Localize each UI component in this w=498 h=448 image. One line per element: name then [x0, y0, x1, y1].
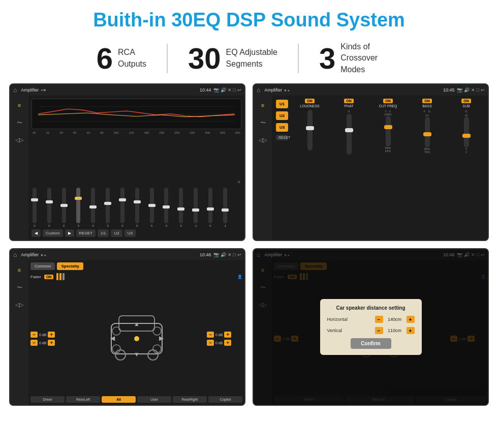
eq-slider-6[interactable]: 0	[120, 188, 124, 227]
camera2-icon: 📷	[457, 87, 462, 93]
eq-slider-10[interactable]: 0	[179, 188, 183, 227]
screen-crossover: ⌂ Amplifier ■ ● 10:45 📷 🔊 ✕ □ ↩ ≡ 〜 ◁▷ U…	[253, 83, 489, 241]
eq-u1-button[interactable]: U1	[98, 229, 109, 237]
back2-icon[interactable]: ↩	[481, 87, 485, 93]
dialog-vertical-minus[interactable]: −	[375, 327, 383, 334]
dialog-confirm-button[interactable]: Confirm	[351, 338, 391, 349]
vol-minus-1[interactable]: −	[30, 340, 38, 346]
svg-point-6	[148, 350, 158, 360]
svg-point-8	[112, 327, 120, 335]
loudness-on[interactable]: ON	[305, 99, 315, 103]
eq-custom-button[interactable]: Custom	[43, 229, 63, 237]
window2-icon: □	[477, 87, 479, 93]
vol-minus-3[interactable]: −	[207, 340, 214, 346]
specialty-tab[interactable]: Specialty	[57, 262, 83, 270]
sidebar2-eq-icon[interactable]: ≡	[257, 100, 268, 111]
eq-u3-button[interactable]: U3	[124, 229, 136, 237]
phat-on[interactable]: ON	[344, 99, 354, 103]
eq-slider-1[interactable]: 0	[47, 188, 51, 227]
dialog-vertical-label: Vertical	[327, 328, 358, 333]
dialog-horizontal-plus[interactable]: +	[407, 316, 415, 323]
home3-icon[interactable]: ⌂	[13, 251, 17, 258]
rearleft-btn[interactable]: RearLeft	[66, 396, 100, 403]
common-tab[interactable]: Common	[30, 262, 55, 270]
screen3-sidebar: ≡ 〜 ◁▷	[10, 260, 28, 405]
eq-slider-12[interactable]: 0	[208, 188, 212, 227]
screen3-status-icons: 📷 🔊 ✕ □ ↩	[213, 252, 241, 257]
eq-slider-2[interactable]: 0	[62, 188, 66, 227]
eq-slider-13[interactable]: -1	[223, 188, 227, 227]
screen-fader: ⌂ Amplifier ■ ● 10:46 📷 🔊 ✕ □ ↩ ≡ 〜 ◁▷ C…	[9, 248, 245, 406]
sidebar3-vol-icon[interactable]: ◁▷	[14, 299, 25, 310]
eq-slider-9[interactable]: 0	[164, 188, 168, 227]
eq-slider-5[interactable]: 0	[106, 188, 110, 227]
fader-on-badge[interactable]: ON	[44, 275, 54, 279]
eq-slider-7[interactable]: 0	[135, 188, 139, 227]
eq-play-button[interactable]: ▶	[65, 229, 74, 237]
screen2-time: 10:45	[443, 87, 455, 93]
vol-controls-left: − 0 dB + − 0 dB +	[30, 332, 66, 346]
sidebar-eq-icon[interactable]: ≡	[14, 100, 25, 111]
vol-minus-0[interactable]: −	[30, 332, 38, 338]
svg-point-5	[115, 350, 126, 360]
dialog-vertical-value-row: − 110cm +	[375, 327, 415, 334]
eq-slider-0[interactable]: 0	[33, 188, 37, 227]
dialog-horizontal-minus[interactable]: −	[375, 316, 383, 323]
vol-minus-2[interactable]: −	[207, 332, 214, 338]
fader-main: Common Specialty Fader ON 👤	[28, 260, 244, 405]
dialog-vertical-plus[interactable]: +	[407, 327, 415, 334]
driver-btn[interactable]: Driver	[30, 396, 65, 403]
sidebar-vol-icon[interactable]: ◁▷	[14, 134, 25, 145]
vol-plus-3[interactable]: +	[224, 340, 231, 346]
eq-slider-4[interactable]: 0	[91, 188, 95, 227]
eq-slider-8[interactable]: 0	[150, 188, 154, 227]
phat-ctrl: ON PHAT G	[330, 99, 367, 237]
sidebar2-wave-icon[interactable]: 〜	[257, 117, 268, 128]
u1-btn[interactable]: U1	[276, 100, 288, 108]
sidebar2-vol-icon[interactable]: ◁▷	[257, 134, 268, 145]
eq-reset-button[interactable]: RESET	[76, 229, 96, 237]
back-icon[interactable]: ↩	[237, 87, 241, 93]
eq-graph	[32, 99, 241, 129]
screen2-topbar: ⌂ Amplifier ■ ● 10:45 📷 🔊 ✕ □ ↩	[254, 84, 488, 96]
loudness-slider[interactable]	[307, 110, 313, 151]
vol-plus-0[interactable]: +	[48, 332, 55, 338]
vol-plus-2[interactable]: +	[224, 332, 231, 338]
stat-eq-number: 30	[188, 44, 221, 73]
back3-icon[interactable]: ↩	[237, 252, 241, 257]
eq-prev-button[interactable]: ◀	[32, 229, 41, 237]
u3-btn[interactable]: U3	[276, 123, 288, 132]
camera-icon: 📷	[213, 87, 219, 93]
u2-btn[interactable]: U2	[276, 111, 288, 120]
copilot-btn[interactable]: Copilot	[208, 396, 242, 403]
cutfreq-slider[interactable]	[386, 116, 391, 146]
rearright-btn[interactable]: RearRight	[173, 396, 207, 403]
phat-slider[interactable]	[347, 114, 352, 155]
sidebar-wave-icon[interactable]: 〜	[14, 117, 25, 128]
sub-on[interactable]: ON	[461, 99, 471, 103]
dialog-title: Car speaker distance setting	[327, 305, 415, 311]
sidebar3-eq-icon[interactable]: ≡	[14, 264, 25, 276]
loudness-ctrl: ON LOUDNESS	[291, 99, 328, 237]
eq-slider-3[interactable]: 5	[76, 188, 80, 227]
eq-u2-button[interactable]: U2	[111, 229, 122, 237]
vol-plus-1[interactable]: +	[48, 340, 55, 346]
profile-icon[interactable]: 👤	[237, 275, 242, 279]
sub-slider[interactable]	[464, 117, 469, 147]
screen2-app: Amplifier	[264, 87, 282, 93]
crossover-reset-btn[interactable]: RESET	[276, 135, 288, 140]
volume3-icon: 🔊	[221, 252, 226, 257]
screen2-status-icons: 📷 🔊 ✕ □ ↩	[457, 87, 485, 93]
home2-icon[interactable]: ⌂	[257, 86, 260, 94]
home-icon[interactable]: ⌂	[13, 86, 17, 94]
bass-slider[interactable]	[425, 117, 430, 147]
sidebar3-wave-icon[interactable]: 〜	[14, 282, 25, 293]
fader-bottom-buttons: Driver RearLeft All User RearRight Copil…	[30, 396, 242, 403]
more-icon[interactable]: »	[237, 179, 240, 185]
cutfreq-on[interactable]: ON	[383, 99, 393, 103]
bass-label: BASS	[422, 104, 432, 108]
bass-on[interactable]: ON	[422, 99, 432, 103]
all-btn[interactable]: All	[102, 396, 136, 403]
eq-slider-11[interactable]: -1	[194, 188, 198, 227]
user-btn[interactable]: User	[137, 396, 171, 403]
